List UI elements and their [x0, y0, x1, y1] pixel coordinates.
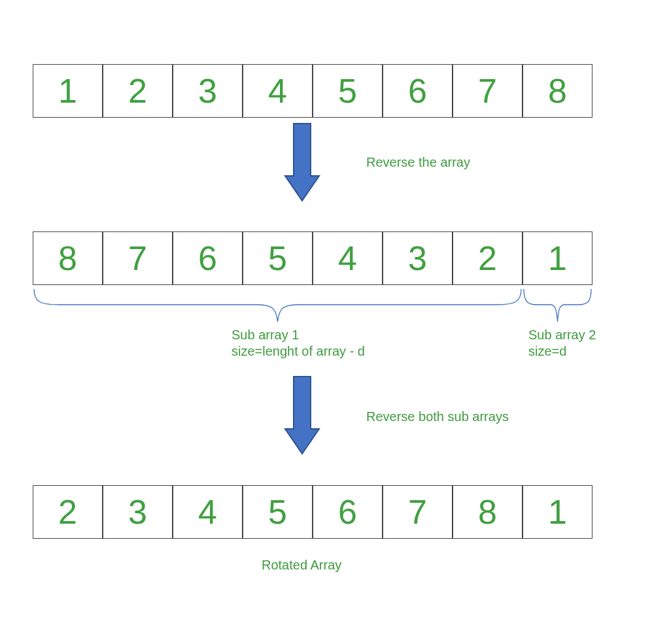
label-subarray-2-size: size=d [528, 343, 566, 360]
label-reverse-both: Reverse both sub arrays [366, 409, 509, 425]
cell: 1 [33, 64, 103, 118]
svg-marker-1 [285, 377, 319, 454]
cell: 8 [523, 64, 592, 118]
cell: 6 [313, 485, 383, 539]
cell: 6 [173, 231, 243, 285]
cell: 4 [313, 231, 383, 285]
down-arrow-icon [283, 121, 322, 205]
brace-subarray-1 [33, 288, 523, 327]
svg-marker-0 [285, 124, 319, 201]
label-subarray-2-title: Sub array 2 [528, 327, 596, 343]
cell: 3 [383, 231, 453, 285]
label-subarray-1-title: Sub array 1 [232, 327, 299, 343]
array-rotated: 2 3 4 5 6 7 8 1 [33, 485, 592, 539]
brace-subarray-2 [523, 288, 592, 327]
array-reversed: 8 7 6 5 4 3 2 1 [33, 231, 592, 285]
cell: 5 [313, 64, 383, 118]
cell: 2 [453, 231, 523, 285]
cell: 2 [103, 64, 173, 118]
cell: 7 [383, 485, 453, 539]
cell: 8 [33, 231, 103, 285]
cell: 3 [103, 485, 173, 539]
diagram-root: 1 2 3 4 5 6 7 8 Reverse the array 8 7 6 … [0, 0, 652, 644]
down-arrow-icon [283, 374, 322, 458]
array-original: 1 2 3 4 5 6 7 8 [33, 64, 592, 118]
cell: 1 [523, 231, 592, 285]
cell: 2 [33, 485, 103, 539]
cell: 4 [243, 64, 313, 118]
cell: 3 [173, 64, 243, 118]
cell: 1 [523, 485, 592, 539]
label-reverse-array: Reverse the array [366, 154, 470, 171]
cell: 5 [243, 485, 313, 539]
cell: 5 [243, 231, 313, 285]
label-rotated-array: Rotated Array [262, 557, 341, 573]
cell: 7 [453, 64, 523, 118]
cell: 8 [453, 485, 523, 539]
cell: 6 [383, 64, 453, 118]
cell: 7 [103, 231, 173, 285]
cell: 4 [173, 485, 243, 539]
label-subarray-1-size: size=lenght of array - d [232, 343, 365, 360]
